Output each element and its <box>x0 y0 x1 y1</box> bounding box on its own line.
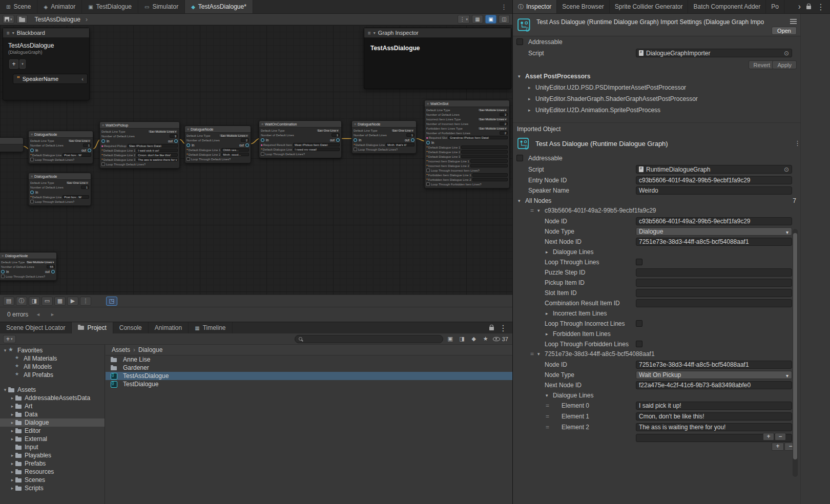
editor-tab[interactable]: Scene <box>0 0 37 13</box>
foldout-arrow-icon[interactable]: ▸ <box>9 436 15 442</box>
blackboard-property[interactable]: " SpeakerName ‹ <box>13 74 88 84</box>
tree-item[interactable] <box>0 379 105 386</box>
field-value[interactable]: The ass is waiting there for you! <box>636 423 792 431</box>
node-field-value[interactable]: 2 <box>500 131 508 135</box>
inspector-tab[interactable]: Inspector <box>513 0 557 13</box>
inspector-tab[interactable]: Scene Browser <box>557 0 609 13</box>
foldout-arrow-icon[interactable]: ▸ <box>9 477 15 482</box>
asset-list-item[interactable]: Anne Lise <box>106 355 512 364</box>
node-field-value[interactable]: 2 <box>500 122 508 125</box>
panel-tab[interactable]: Scene Object Locator <box>0 322 72 333</box>
node-field-value[interactable] <box>461 150 508 154</box>
tree-item[interactable]: All Materials <box>0 354 105 363</box>
node-field-value[interactable]: 1 <box>331 133 340 137</box>
node-field-value[interactable] <box>461 145 508 149</box>
input-port[interactable]: In <box>30 191 38 194</box>
node-field-value[interactable]: 1 <box>406 133 414 137</box>
overflow-menu-button[interactable]: ⋮ ▾ <box>458 15 470 24</box>
drag-handle-icon[interactable]: = <box>546 402 549 409</box>
tree-item[interactable]: ▸ Scripts <box>0 484 105 492</box>
open-asset-button[interactable] <box>16 15 28 24</box>
field-value[interactable]: f22a475e-4c2f-41c6-9b73-6a83498abfe0 <box>636 381 792 389</box>
node-title-bar[interactable]: ≡ WaitOnCombination <box>259 121 341 128</box>
visibility-toggle[interactable]: 37 <box>493 336 508 342</box>
input-port[interactable]: In <box>101 139 109 143</box>
input-port[interactable]: In <box>186 143 194 147</box>
output-port[interactable]: out <box>405 138 414 142</box>
node-field-value[interactable]: Say One Line <box>391 129 414 132</box>
tab-bar-menu-icon[interactable]: ⋮ <box>495 3 512 11</box>
script-object-field[interactable]: RuntimeDialogueGraph ⊙ <box>636 165 792 174</box>
node-title-bar[interactable]: ≡ StartNode <box>0 138 23 144</box>
graph-node[interactable]: ≡ WaitOnCombination Default Line Type Sa… <box>259 120 342 158</box>
breadcrumb-current[interactable]: Dialogue <box>138 346 162 353</box>
tree-item[interactable]: All Prefabs <box>0 371 105 379</box>
save-asset-button[interactable]: ▾ <box>3 15 14 24</box>
graph-view-toggle-button[interactable]: ◫ <box>499 15 510 24</box>
editor-tab[interactable]: TestDialogue <box>82 0 138 13</box>
field-value[interactable]: c93b5606-401f-49a2-99b5-9ecbf1fa9c29 <box>636 176 792 184</box>
collapse-arrow-icon[interactable]: ▾ <box>12 31 14 35</box>
node-field-value[interactable]: Say One Line <box>68 139 91 142</box>
remove-element-button[interactable]: − <box>775 433 786 440</box>
foldout-arrow-icon[interactable] <box>546 393 548 398</box>
presets-icon[interactable] <box>790 18 797 24</box>
node-field-value[interactable] <box>461 155 508 158</box>
graph-view-toggle-button[interactable]: ▣ <box>485 15 496 24</box>
tree-item[interactable]: ▸ Playables <box>0 451 105 459</box>
graph-node[interactable]: ≡ StartNode out <box>0 137 24 152</box>
blackboard-header[interactable]: ≡ ▾ Blackboard <box>3 28 89 38</box>
foldout-arrow-icon[interactable]: ▾ <box>537 351 540 356</box>
object-picker-icon[interactable]: ⊙ <box>784 166 789 173</box>
project-toolbar-icon[interactable]: ▣ <box>446 335 455 343</box>
breadcrumb[interactable]: TestAssDialogue <box>35 16 80 23</box>
node-field-value[interactable]: Ohhh yes... <box>221 148 249 152</box>
apply-button[interactable]: Apply <box>772 60 797 69</box>
tree-item[interactable]: ▸ Resources <box>0 468 105 476</box>
postprocessor-item[interactable]: ▸ UnityEditor.ShaderGraph.ShaderGraphAss… <box>513 94 830 105</box>
field-value[interactable] <box>636 299 792 307</box>
editor-tab[interactable]: TestAssDialogue* <box>185 0 253 13</box>
kebab-icon[interactable]: ⋮ <box>499 323 507 333</box>
tree-item[interactable]: Input <box>0 443 105 451</box>
graph-node[interactable]: ≡ DialogueNode Default Line Type Say Mul… <box>0 252 57 281</box>
node-field-value[interactable]: 2 <box>241 138 249 142</box>
node-field-value[interactable]: Mmh, that's it! <box>386 143 414 146</box>
input-port[interactable]: In <box>354 138 361 142</box>
node-field-value[interactable]: Grandma (Pickup Item Data) <box>448 136 508 139</box>
node-title-bar[interactable]: ≡ DialogueNode <box>29 131 93 138</box>
node-field-value[interactable]: The ass is waiting there for y <box>136 158 178 161</box>
inspector-tab[interactable]: Sprite Collider Generator <box>610 0 689 13</box>
graph-node[interactable]: ≡ DialogueNode Default Line Type Say Mul… <box>184 125 251 163</box>
panel-tab[interactable]: Timeline <box>189 322 232 333</box>
previous-error-button[interactable]: ◄ <box>33 310 43 319</box>
script-object-field[interactable]: DialogueGraphImporter ⊙ <box>636 49 792 57</box>
graph-footer-button[interactable]: ▦ <box>54 297 66 306</box>
node-title-bar[interactable]: ≡ DialogueNode <box>0 253 56 259</box>
collapse-arrow-icon[interactable]: ▾ <box>374 31 376 35</box>
open-button[interactable]: Open <box>772 27 797 35</box>
postprocessor-item[interactable]: ▸ UnityEditor.U2D.Animation.SpritePostPr… <box>513 105 830 116</box>
foldout-arrow-icon[interactable]: ▾ <box>2 387 8 392</box>
node-title-bar[interactable]: ≡ DialogueNode <box>29 173 91 180</box>
field-value[interactable]: Weirdo <box>636 186 792 195</box>
graph-inspector-panel[interactable]: ≡ ▾ Graph Inspector TestAssDialogue <box>364 28 511 89</box>
node-foldout-header[interactable]: = ▾ c93b5606-401f-49a2-99b5-9ecbf1fa9c29 <box>513 206 830 216</box>
graph-canvas[interactable]: ≡ StartNode out ≡ <box>0 25 512 295</box>
node-field-value[interactable]: I need my meat! <box>293 148 340 151</box>
inspector-tab[interactable]: Batch Component Adder <box>688 0 766 13</box>
foldout-arrow-icon[interactable] <box>546 249 548 255</box>
output-port[interactable]: out <box>239 143 249 147</box>
foldout-arrow-icon[interactable]: ▸ <box>9 420 15 425</box>
chevron-right-icon[interactable]: › <box>798 2 801 11</box>
field-value[interactable]: Dialogue <box>636 227 792 236</box>
hamburger-icon[interactable]: ≡ <box>7 30 10 36</box>
graph-node[interactable]: ≡ DialogueNode Default Line Type Say One… <box>28 131 93 164</box>
foldout-arrow-icon[interactable]: ▸ <box>9 428 15 433</box>
foldout-arrow-icon[interactable]: ▸ <box>9 469 15 474</box>
panel-tab[interactable]: Project <box>72 322 113 333</box>
graph-node[interactable]: ≡ DialogueNode Default Line Type Say One… <box>28 173 91 206</box>
node-field-value[interactable]: 3 <box>170 134 178 138</box>
foldout-arrow-icon[interactable]: ▸ <box>9 395 15 401</box>
asset-list-item[interactable]: TestDialogue <box>106 380 512 388</box>
